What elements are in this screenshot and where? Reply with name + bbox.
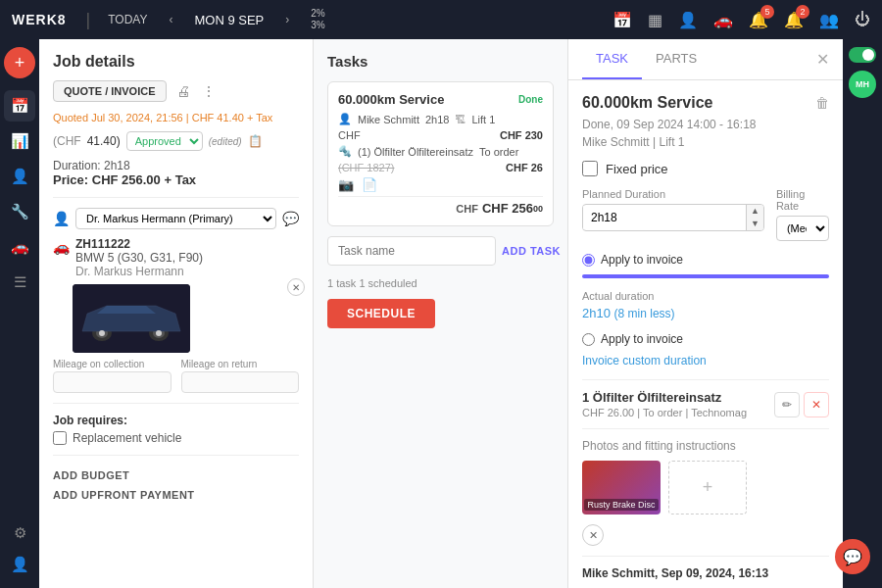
actual-dur-less: (8 min less) xyxy=(614,307,675,320)
duration-down-arrow[interactable]: ▼ xyxy=(747,218,763,230)
sidebar-item-wrench[interactable]: 🔧 xyxy=(4,196,35,227)
quote-invoice-button[interactable]: QUOTE / INVOICE xyxy=(53,80,167,102)
price-text: Price: CHF 256.00 + Tax xyxy=(53,172,299,187)
task-mechanic-row: 👤 Mike Schmitt 2h18 🏗 Lift 1 xyxy=(338,113,543,125)
group-nav-icon[interactable]: 👥 xyxy=(819,11,839,29)
replacement-vehicle-checkbox[interactable] xyxy=(53,431,67,445)
print-icon[interactable]: 🖨 xyxy=(174,81,192,101)
detail-meta-mechanic: Mike Schmitt | Lift 1 xyxy=(582,135,829,149)
mileage-return-input[interactable] xyxy=(181,371,300,393)
toggle-switch[interactable] xyxy=(849,47,876,63)
delete-task-icon[interactable]: 🗑 xyxy=(815,95,829,111)
edit-part-button[interactable]: ✏ xyxy=(774,392,800,417)
comment-author: Mike Schmitt, Sep 09, 2024, 16:13 xyxy=(582,566,829,580)
tab-task[interactable]: TASK xyxy=(582,39,642,79)
progress-bar xyxy=(582,274,829,278)
add-button[interactable]: + xyxy=(4,47,35,78)
calendar-nav-icon[interactable]: 📅 xyxy=(612,11,632,29)
lift-icon: 🏗 xyxy=(455,114,466,125)
planned-duration-label: Planned Duration xyxy=(582,188,764,200)
sidebar-item-person[interactable]: 👤 xyxy=(4,161,35,192)
logo: WERK8 xyxy=(12,12,67,27)
chat-icon[interactable]: 💬 xyxy=(282,211,299,226)
copy-icon[interactable]: 📋 xyxy=(248,134,263,148)
notification-nav-icon[interactable]: 🔔 2 xyxy=(784,11,804,29)
add-task-button[interactable]: ADD TASK xyxy=(502,245,561,257)
next-date-arrow[interactable]: › xyxy=(281,11,293,28)
sidebar-item-user[interactable]: 👤 xyxy=(4,549,35,580)
duration-billing-row: Planned Duration ▲ ▼ Billing Rate (Mecha… xyxy=(582,188,829,241)
actual-dur-val: 2h10 xyxy=(582,306,611,320)
notification-badge: 2 xyxy=(796,5,809,19)
detail-close-button[interactable]: ✕ xyxy=(816,50,829,69)
close-photos-button[interactable]: ✕ xyxy=(582,524,604,546)
job-details-panel: Job details QUOTE / INVOICE 🖨 ⋮ Quoted J… xyxy=(39,39,314,588)
comment-section: Mike Schmitt, Sep 09, 2024, 16:13 The br… xyxy=(582,566,829,588)
sidebar-item-list[interactable]: ☰ xyxy=(4,267,35,298)
camera-icon[interactable]: 📷 xyxy=(338,177,354,192)
nav-icons-group: 📅 ▦ 👤 🚗 🔔 5 🔔 2 👥 ⏻ xyxy=(612,11,870,29)
tab-parts[interactable]: PARTS xyxy=(642,39,710,79)
more-options-icon[interactable]: ⋮ xyxy=(200,81,218,101)
planned-duration-input-wrapper: ▲ ▼ xyxy=(582,204,764,231)
power-nav-icon[interactable]: ⏻ xyxy=(855,11,870,28)
fixed-price-label: Fixed price xyxy=(606,162,668,176)
billing-rate-select[interactable]: (Mechanic) Mike SchmittCHF 1(…) xyxy=(776,216,829,241)
current-date: MON 9 SEP xyxy=(188,13,270,27)
task-card: 60.000km Service Done 👤 Mike Schmitt 2h1… xyxy=(327,81,554,226)
detail-body: 60.000km Service 🗑 Done, 09 Sep 2024 14:… xyxy=(568,80,843,588)
planned-duration-field: Planned Duration ▲ ▼ xyxy=(582,188,764,241)
status-prefix: (CHF xyxy=(53,134,81,148)
delete-part-button[interactable]: ✕ xyxy=(804,392,829,417)
status-select[interactable]: Approved xyxy=(126,131,203,151)
task-duration: 2h18 xyxy=(425,114,449,125)
contact-select[interactable]: Dr. Markus Hermann (Primary) xyxy=(75,208,276,229)
car-nav-icon[interactable]: 🚗 xyxy=(713,11,733,29)
total-chf-label: CHF xyxy=(456,203,478,215)
task-chf-oil: CHF 26 xyxy=(506,162,543,173)
photo-thumbnail: Rusty Brake Disc xyxy=(582,461,661,514)
task-oil-price-row: (CHF 1827) CHF 26 xyxy=(338,162,543,173)
car-image-container: ✕ xyxy=(73,284,299,353)
people-nav-icon[interactable]: 👤 xyxy=(678,11,698,29)
mileage-collection-label: Mileage on collection xyxy=(53,359,172,369)
fixed-price-row: Fixed price xyxy=(582,161,829,176)
main-content: Job details QUOTE / INVOICE 🖨 ⋮ Quoted J… xyxy=(39,39,882,588)
chat-fab-button[interactable]: 💬 xyxy=(835,539,870,574)
sidebar-item-calendar[interactable]: 📅 xyxy=(4,90,35,122)
prev-date-arrow[interactable]: ‹ xyxy=(165,11,176,28)
sidebar-item-chart[interactable]: 📊 xyxy=(4,125,35,157)
bell-nav-icon[interactable]: 🔔 5 xyxy=(749,11,768,29)
planned-duration-input[interactable] xyxy=(583,206,746,229)
add-budget-button[interactable]: ADD BUDGET xyxy=(53,466,129,485)
task-name-input[interactable] xyxy=(327,236,496,266)
car-row: 🚗 ZH111222 BMW 5 (G30, G31, F90) Dr. Mar… xyxy=(53,237,299,278)
billing-rate-label: Billing Rate xyxy=(776,188,829,212)
quote-link[interactable]: Quoted Jul 30, 2024, 21:56 | CHF 41.40 +… xyxy=(53,112,299,123)
task-total-row: CHF CHF 256 00 xyxy=(338,196,543,216)
sidebar-item-car[interactable]: 🚗 xyxy=(4,231,35,263)
part-sep1: | xyxy=(637,407,640,418)
mileage-return-field: Mileage on return xyxy=(181,359,300,393)
grid-nav-icon[interactable]: ▦ xyxy=(648,11,662,29)
actual-duration-label: Actual duration xyxy=(582,290,829,302)
apply-to-invoice-radio2[interactable] xyxy=(582,333,595,346)
svg-point-6 xyxy=(156,330,162,336)
close-image-button[interactable]: ✕ xyxy=(287,278,305,296)
detail-meta-done: Done, 09 Sep 2024 14:00 - 16:18 xyxy=(582,118,829,131)
invoice-custom-duration-link[interactable]: Invoice custom duration xyxy=(582,354,829,368)
mileage-collection-field: Mileage on collection xyxy=(53,359,172,393)
apply-to-invoice-radio[interactable] xyxy=(582,254,595,267)
schedule-button[interactable]: SCHEDULE xyxy=(327,299,435,328)
today-button[interactable]: TODAY xyxy=(102,9,153,30)
add-photo-button[interactable]: + xyxy=(668,461,747,514)
fixed-price-checkbox[interactable] xyxy=(582,161,598,176)
top-navigation: WERK8 | TODAY ‹ MON 9 SEP › 2% 3% 📅 ▦ 👤 … xyxy=(0,0,882,39)
add-upfront-button[interactable]: ADD UPFRONT PAYMENT xyxy=(53,485,195,505)
car-plate: ZH111222 xyxy=(75,237,203,251)
duration-up-arrow[interactable]: ▲ xyxy=(747,205,763,218)
sidebar-item-gear[interactable]: ⚙ xyxy=(4,517,35,549)
detail-task-name: 60.000km Service xyxy=(582,94,712,112)
mileage-collection-input[interactable] xyxy=(53,371,172,393)
document-icon[interactable]: 📄 xyxy=(362,177,377,192)
